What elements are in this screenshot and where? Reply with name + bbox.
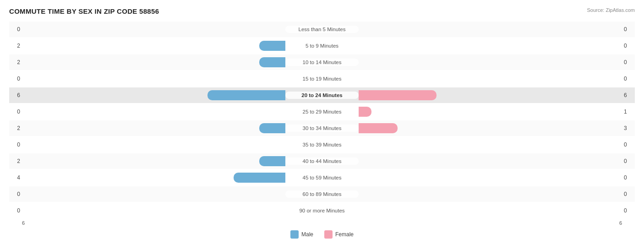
male-bar xyxy=(259,156,285,166)
bar-row: 0 25 to 29 Minutes 1 xyxy=(9,104,635,120)
male-bar xyxy=(259,123,285,133)
bar-row: 0 60 to 89 Minutes 0 xyxy=(9,186,635,202)
female-value: 0 xyxy=(622,76,635,82)
female-bar-wrap xyxy=(359,40,622,51)
male-bar-wrap xyxy=(22,57,285,68)
female-bar-wrap xyxy=(359,106,622,117)
male-bar-wrap xyxy=(22,139,285,150)
female-value: 0 xyxy=(622,207,635,214)
bars-container: 30 to 34 Minutes xyxy=(22,120,622,136)
bar-row: 6 20 to 24 Minutes 6 xyxy=(9,87,635,103)
bars-container: 60 to 89 Minutes xyxy=(22,186,622,202)
male-swatch xyxy=(290,230,299,239)
bar-row: 2 40 to 44 Minutes 0 xyxy=(9,153,635,169)
axis-labels: 6 6 xyxy=(9,220,635,226)
bars-container: 20 to 24 Minutes xyxy=(22,87,622,103)
legend: Male Female xyxy=(9,230,635,239)
male-bar-wrap xyxy=(22,123,285,134)
male-bar-wrap xyxy=(22,156,285,167)
female-value: 0 xyxy=(622,59,635,65)
row-label: 10 to 14 Minutes xyxy=(285,59,359,66)
female-value: 0 xyxy=(622,174,635,181)
female-value: 1 xyxy=(622,109,635,115)
bars-container: Less than 5 Minutes xyxy=(22,22,622,37)
bar-row: 0 35 to 39 Minutes 0 xyxy=(9,137,635,152)
male-value: 2 xyxy=(9,125,22,131)
male-value: 2 xyxy=(9,43,22,49)
bars-container: 15 to 19 Minutes xyxy=(22,71,622,87)
axis-right: 6 xyxy=(619,220,622,226)
female-bar-wrap xyxy=(359,205,622,216)
bars-container: 35 to 39 Minutes xyxy=(22,137,622,152)
chart-header: COMMUTE TIME BY SEX IN ZIP CODE 58856 So… xyxy=(9,7,635,15)
female-swatch xyxy=(324,230,333,239)
female-bar-wrap xyxy=(359,156,622,167)
axis-left: 6 xyxy=(22,220,25,226)
female-value: 0 xyxy=(622,191,635,197)
chart-area: 0 Less than 5 Minutes 0 2 5 to 9 Minutes… xyxy=(9,22,635,218)
female-bar-wrap xyxy=(359,123,622,134)
row-label: 20 to 24 Minutes xyxy=(285,92,359,99)
female-bar-wrap xyxy=(359,139,622,150)
male-bar xyxy=(207,90,285,100)
chart-container: COMMUTE TIME BY SEX IN ZIP CODE 58856 So… xyxy=(9,7,635,239)
bar-row: 2 5 to 9 Minutes 0 xyxy=(9,38,635,54)
row-label: 5 to 9 Minutes xyxy=(285,42,359,49)
female-value: 0 xyxy=(622,141,635,148)
female-bar-wrap xyxy=(359,172,622,183)
male-label: Male xyxy=(301,231,313,238)
male-bar-wrap xyxy=(22,205,285,216)
row-label: 30 to 34 Minutes xyxy=(285,125,359,132)
male-value: 0 xyxy=(9,76,22,82)
chart-title: COMMUTE TIME BY SEX IN ZIP CODE 58856 xyxy=(9,7,159,15)
female-bar xyxy=(359,107,371,117)
male-bar-wrap xyxy=(22,90,285,101)
male-value: 6 xyxy=(9,92,22,98)
male-bar xyxy=(259,41,285,51)
bar-row: 2 30 to 34 Minutes 3 xyxy=(9,120,635,136)
male-bar-wrap xyxy=(22,24,285,35)
female-bar-wrap xyxy=(359,189,622,200)
row-label: 45 to 59 Minutes xyxy=(285,174,359,181)
row-label: 25 to 29 Minutes xyxy=(285,108,359,115)
male-bar-wrap xyxy=(22,106,285,117)
female-value: 0 xyxy=(622,158,635,164)
male-bar-wrap xyxy=(22,172,285,183)
female-value: 6 xyxy=(622,92,635,98)
bar-row: 2 10 to 14 Minutes 0 xyxy=(9,54,635,70)
male-value: 0 xyxy=(9,191,22,197)
row-label: 40 to 44 Minutes xyxy=(285,158,359,165)
bars-container: 10 to 14 Minutes xyxy=(22,54,622,70)
female-bar-wrap xyxy=(359,73,622,84)
female-label: Female xyxy=(335,231,354,238)
male-value: 4 xyxy=(9,174,22,181)
female-bar-wrap xyxy=(359,90,622,101)
bar-row: 0 Less than 5 Minutes 0 xyxy=(9,22,635,37)
female-bar-wrap xyxy=(359,24,622,35)
male-value: 2 xyxy=(9,59,22,65)
row-label: 15 to 19 Minutes xyxy=(285,75,359,82)
bar-row: 0 15 to 19 Minutes 0 xyxy=(9,71,635,87)
male-value: 0 xyxy=(9,207,22,214)
legend-male: Male xyxy=(290,230,313,239)
bars-container: 40 to 44 Minutes xyxy=(22,153,622,169)
legend-female: Female xyxy=(324,230,354,239)
female-bar xyxy=(359,90,437,100)
male-bar-wrap xyxy=(22,189,285,200)
female-value: 0 xyxy=(622,43,635,49)
bars-container: 25 to 29 Minutes xyxy=(22,104,622,120)
male-value: 0 xyxy=(9,26,22,33)
row-label: Less than 5 Minutes xyxy=(285,26,359,33)
row-label: 35 to 39 Minutes xyxy=(285,141,359,148)
row-label: 60 to 89 Minutes xyxy=(285,190,359,198)
male-bar-wrap xyxy=(22,40,285,51)
male-bar xyxy=(234,173,285,183)
male-value: 2 xyxy=(9,158,22,164)
male-value: 0 xyxy=(9,109,22,115)
bars-container: 5 to 9 Minutes xyxy=(22,38,622,54)
source-label: Source: ZipAtlas.com xyxy=(587,7,635,13)
bars-container: 90 or more Minutes xyxy=(22,203,622,218)
male-bar xyxy=(259,57,285,67)
male-value: 0 xyxy=(9,141,22,148)
female-bar xyxy=(359,123,398,133)
